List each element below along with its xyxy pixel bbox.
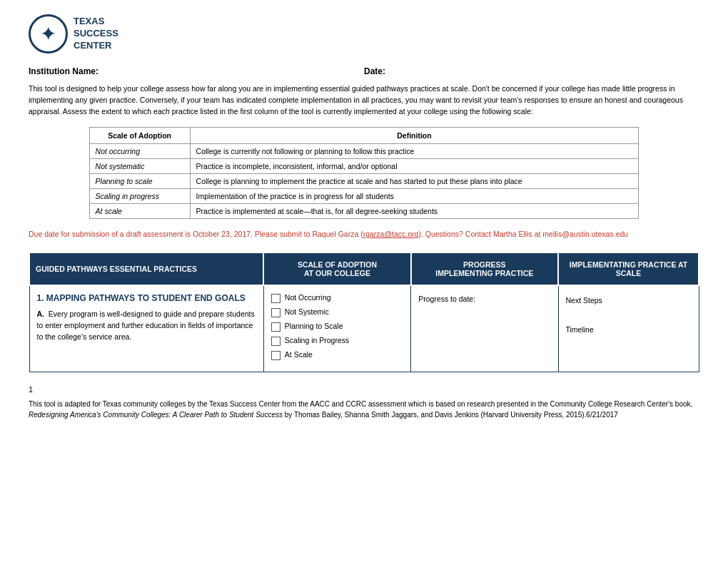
col-header-progress: PROGRESSIMPLEMENTING PRACTICE: [411, 252, 558, 285]
checkbox-label: Planning to Scale: [285, 322, 343, 330]
logo-circle: ✦: [29, 14, 68, 53]
col-header-scale: SCALE OF ADOPTIONAT OUR COLLEGE: [263, 252, 410, 285]
checkbox-label: Not Systemic: [285, 307, 329, 316]
checkbox-item: Planning to Scale: [271, 322, 403, 332]
scale-col-header: Scale of Adoption: [89, 128, 190, 144]
institution-label: Institution Name:: [29, 66, 364, 76]
main-table: GUIDED PATHWAYS ESSENTIAL PRACTICES SCAL…: [29, 252, 699, 372]
logo-star-icon: ✦: [40, 22, 56, 46]
logo-text: TEXASSUCCESSCENTER: [74, 16, 118, 52]
checkbox-label: Scaling in Progress: [285, 336, 349, 344]
scale-definition-cell: Implementation of the practice is in pro…: [190, 189, 639, 204]
table-row: 1. MAPPING PATHWAYS TO STUDENT END GOALS…: [29, 285, 699, 372]
practice-item-label: A.: [37, 310, 45, 318]
scale-definition-cell: College is currently not following or pl…: [190, 144, 639, 159]
col-header-practices: GUIDED PATHWAYS ESSENTIAL PRACTICES: [29, 252, 263, 285]
page-header: ✦ TEXASSUCCESSCENTER: [29, 14, 699, 53]
checkbox-list: Not OccurringNot SystemicPlanning to Sca…: [271, 293, 403, 360]
footer: 1 This tool is adapted for Texas communi…: [29, 384, 699, 420]
progress-to-date: Progress to date:: [418, 295, 475, 303]
book-title: Redesigning America's Community Colleges…: [29, 411, 283, 419]
institution-date-row: Institution Name: Date:: [29, 66, 699, 76]
description-text: This tool is designed to help your colle…: [29, 83, 699, 117]
impl-cell: Next Steps Timeline: [558, 285, 699, 372]
checkbox-item: Not Systemic: [271, 307, 403, 317]
checkbox-item: At Scale: [271, 350, 403, 360]
checkbox[interactable]: [271, 294, 280, 303]
checkbox[interactable]: [271, 322, 280, 332]
col-header-impl: IMPLEMENTATING PRACTICE AT SCALE: [558, 252, 699, 285]
scale-name-cell: Not systematic: [89, 159, 190, 174]
footnote-text: This tool is adapted for Texas community…: [29, 399, 699, 420]
checkbox-item: Scaling in Progress: [271, 336, 403, 346]
next-steps-label: Next Steps: [566, 293, 692, 308]
scale-definition-cell: Practice is implemented at scale—that is…: [190, 204, 639, 219]
date-label: Date:: [364, 66, 699, 76]
progress-cell: Progress to date:: [411, 285, 558, 372]
scale-name-cell: Scaling in progress: [89, 189, 190, 204]
checkbox-label: Not Occurring: [285, 293, 331, 302]
practice-title: 1. MAPPING PATHWAYS TO STUDENT END GOALS: [37, 293, 256, 303]
scale-definition-cell: Practice is incomplete, inconsistent, in…: [190, 159, 639, 174]
raquel-email-link[interactable]: rgarza@tacc.org: [363, 230, 419, 238]
timeline-label: Timeline: [566, 322, 692, 337]
practice-cell: 1. MAPPING PATHWAYS TO STUDENT END GOALS…: [29, 285, 263, 372]
page-number: 1: [29, 384, 699, 396]
practice-sub: A. Every program is well-designed to gui…: [37, 309, 256, 342]
checkbox-item: Not Occurring: [271, 293, 403, 303]
due-date-notice: Due date for submission of a draft asses…: [29, 229, 699, 240]
checkbox-label: At Scale: [285, 350, 313, 359]
definition-col-header: Definition: [190, 128, 639, 144]
checkbox[interactable]: [271, 308, 280, 317]
checkbox[interactable]: [271, 351, 280, 360]
checkbox[interactable]: [271, 337, 280, 346]
main-table-header-row: GUIDED PATHWAYS ESSENTIAL PRACTICES SCAL…: [29, 252, 699, 285]
scale-name-cell: Not occurring: [89, 144, 190, 159]
footer-date: 6/21/2017: [586, 411, 618, 419]
scale-cell: Not OccurringNot SystemicPlanning to Sca…: [263, 285, 410, 372]
scale-definition-cell: College is planning to implement the pra…: [190, 174, 639, 189]
scale-table: Scale of Adoption Definition Not occurri…: [89, 127, 639, 219]
scale-name-cell: Planning to scale: [89, 174, 190, 189]
scale-name-cell: At scale: [89, 204, 190, 219]
